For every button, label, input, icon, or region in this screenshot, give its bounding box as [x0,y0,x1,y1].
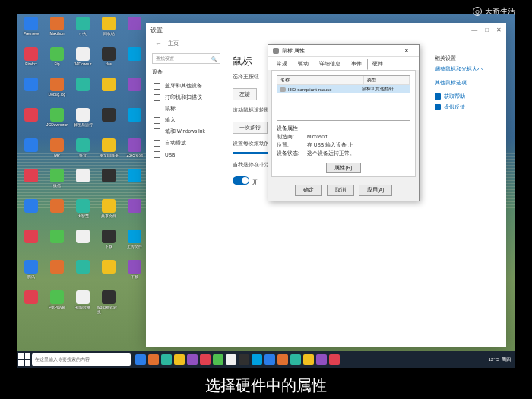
desktop-icon[interactable]: 下载 [123,260,146,289]
taskbar-app[interactable] [213,354,223,365]
desktop-icon[interactable]: 微信 [46,169,68,198]
desktop-icon[interactable]: 大智慧 [71,199,94,228]
desktop-icon[interactable] [20,290,43,319]
home-link[interactable]: 主页 [168,40,179,47]
sidebar-item[interactable]: 蓝牙和其他设备 [152,81,216,92]
primary-button-select[interactable]: 左键 [233,88,257,100]
desktop-icon[interactable]: 下载 [97,230,120,258]
desktop-icon[interactable] [123,169,146,198]
desktop-icon[interactable] [20,230,43,258]
desktop-icon[interactable]: JCDownurar [46,108,68,137]
weather-widget[interactable]: 12°C [489,357,499,362]
dialog-tab[interactable]: 详细信息 [314,59,346,70]
maximize-button[interactable]: □ [485,27,489,33]
desktop-icon[interactable]: 上传文件 [123,230,146,258]
taskbar-app[interactable] [290,354,301,365]
close-button[interactable]: ✕ [496,27,502,33]
apply-button[interactable]: 应用(A) [359,185,393,196]
desktop-icon[interactable] [71,169,94,198]
desktop-icon[interactable]: 共享文件 [97,199,120,228]
desktop-icon[interactable] [20,78,43,106]
taskbar-app[interactable] [161,354,172,365]
desktop-icon[interactable]: Debug.log [46,78,68,106]
desktop-icon[interactable]: JADownur [71,47,94,76]
back-icon[interactable]: ← [155,40,162,47]
settings-search[interactable]: 查找设置 🔍 [152,53,220,64]
desktop-icon[interactable]: PotPlayer [46,290,68,319]
desktop-icon[interactable]: Premiere [20,17,43,46]
desktop-icon[interactable] [46,260,68,289]
desktop-icon[interactable] [20,169,43,198]
desktop-icon[interactable] [71,260,94,289]
desktop-icon[interactable] [20,199,43,228]
link-feedback[interactable]: 提供反馈 [435,103,496,111]
taskbar-search[interactable]: 在这里输入你要搜索的内容 [32,353,131,366]
desktop-icon[interactable]: 小火 [71,17,94,46]
taskbar-app[interactable] [148,354,159,365]
desktop-icon[interactable]: 2345资源 [123,138,146,167]
desktop-icon[interactable]: Ftp [46,47,68,76]
desktop-icon[interactable] [97,78,120,106]
taskbar-app[interactable] [329,354,340,365]
hover-toggle[interactable] [233,176,249,185]
sidebar-item[interactable]: 笔和 Windows Ink [152,126,216,138]
desktop-icon[interactable]: wer [46,138,68,167]
minimize-button[interactable]: — [471,27,477,33]
desktop-icon[interactable] [71,230,94,258]
taskbar-app[interactable] [174,354,185,365]
desktop-icon[interactable]: Maxthon [46,17,68,46]
taskbar-app[interactable] [135,354,146,365]
desktop-icon[interactable]: 回收站 [97,17,120,46]
desktop-icon[interactable] [123,78,146,106]
desktop-icon[interactable] [123,199,146,228]
sidebar-item[interactable]: USB [152,149,216,160]
link-cursor-size[interactable]: 调整鼠标和光标大小 [435,65,496,73]
taskbar-app[interactable] [264,354,275,365]
ok-button[interactable]: 确定 [295,185,322,196]
sidebar-item[interactable]: 自动播放 [152,138,216,149]
device-list[interactable]: 名称 类型 HID-compliant mouse 鼠标和其他指针... [277,75,410,121]
properties-button[interactable]: 属性(R) [326,163,360,173]
start-button[interactable] [18,353,30,366]
dialog-tab[interactable]: 硬件 [367,59,388,70]
system-tray[interactable]: 12°C 周四 [489,356,514,363]
sidebar-item[interactable]: 鼠标 [152,103,216,115]
desktop-icon[interactable]: 视频转换 [71,290,94,319]
taskbar-app[interactable] [187,354,198,365]
sidebar-item[interactable]: 打印机和扫描仪 [152,92,216,103]
desktop-icon[interactable] [46,230,68,258]
taskbar-app[interactable] [303,354,314,365]
desktop-icon[interactable] [20,138,43,167]
link-other-options[interactable]: 其他鼠标选项 [435,79,496,87]
dialog-close-button[interactable]: ✕ [399,48,414,54]
desktop-icon[interactable]: 解压后运行 [71,108,94,137]
desktop-icon[interactable]: dos [97,47,120,76]
desktop-icon[interactable] [123,17,146,46]
desktop-icon[interactable] [46,199,68,228]
desktop-icon[interactable] [123,47,146,76]
desktop-icon[interactable]: 抖音 [71,138,94,167]
desktop-icon[interactable]: 英文由译英 [97,138,120,167]
desktop-icon[interactable] [71,78,94,106]
taskbar-app[interactable] [252,354,262,365]
desktop-icon[interactable]: 腾讯 [20,260,43,289]
taskbar-app[interactable] [316,354,327,365]
dialog-tab[interactable]: 常规 [271,59,293,70]
desktop-icon[interactable]: word格式转换 [97,290,120,319]
desktop-icon[interactable]: Firefox [20,47,43,76]
scroll-mode-select[interactable]: 一次多行 [233,122,268,134]
desktop-icon[interactable] [97,108,120,137]
desktop-icon[interactable] [20,108,43,137]
taskbar-app[interactable] [226,354,236,365]
desktop-icon[interactable] [123,108,146,137]
taskbar-app[interactable] [200,354,211,365]
desktop-icon[interactable] [97,169,120,198]
device-row[interactable]: HID-compliant mouse 鼠标和其他指针... [277,85,410,93]
cancel-button[interactable]: 取消 [327,185,354,196]
sidebar-item[interactable]: 输入 [152,115,216,126]
dialog-tab[interactable]: 事件 [346,59,367,70]
dialog-tab[interactable]: 驱动 [293,59,314,70]
taskbar-app[interactable] [277,354,288,365]
desktop-icon[interactable] [97,260,120,289]
taskbar-app[interactable] [239,354,249,365]
